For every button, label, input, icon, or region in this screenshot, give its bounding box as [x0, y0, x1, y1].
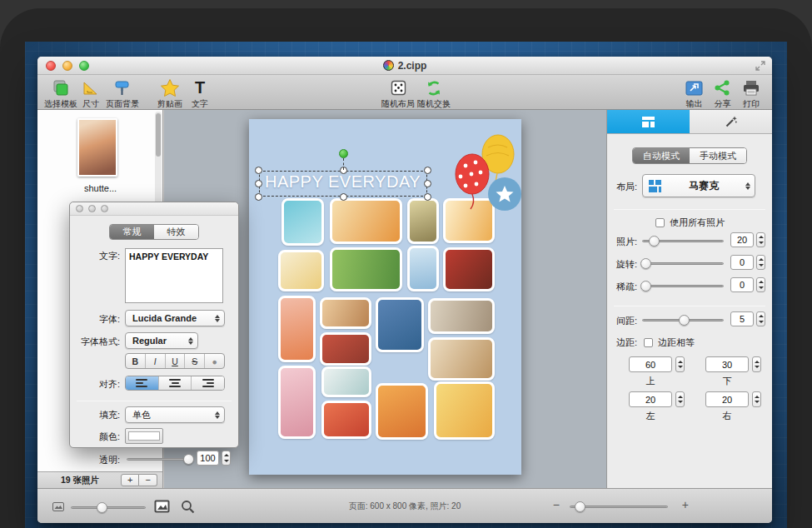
panel-zoom-button[interactable]	[101, 205, 108, 212]
collage-photo[interactable]	[278, 366, 316, 439]
fullscreen-icon[interactable]	[755, 61, 765, 71]
margin-top-stepper[interactable]	[675, 356, 685, 372]
color-well[interactable]	[125, 428, 163, 444]
share-button[interactable]: 分享	[714, 78, 731, 110]
opacity-slider[interactable]	[127, 458, 192, 461]
collage-title-text[interactable]: HAPPY EVERYDAY	[265, 172, 426, 192]
page-background-button[interactable]: 页面背景	[106, 78, 139, 110]
fill-dropdown[interactable]: 单色	[125, 406, 225, 423]
photo-thumbnail[interactable]	[77, 118, 117, 177]
collage-photo[interactable]	[321, 401, 371, 439]
rotate-handle[interactable]	[339, 149, 348, 158]
margin-left-value[interactable]: 20	[629, 391, 672, 407]
tab-general[interactable]: 常规	[110, 225, 154, 239]
collage-photo[interactable]	[281, 198, 324, 246]
layout-value: 马赛克	[662, 179, 745, 193]
sparse-stepper[interactable]	[756, 277, 765, 292]
collage-photo[interactable]	[321, 366, 371, 397]
random-swap-button[interactable]: 随机交换	[417, 78, 451, 110]
margin-bottom-stepper[interactable]	[752, 356, 761, 372]
italic-button[interactable]: I	[146, 354, 166, 368]
manual-mode-tab[interactable]: 手动模式	[690, 148, 746, 163]
opacity-value[interactable]: 100	[197, 451, 219, 466]
resize-handle-ne[interactable]	[424, 167, 431, 174]
collage-page[interactable]: HAPPY EVERYDAY	[249, 119, 521, 475]
collage-photo[interactable]	[330, 247, 402, 291]
text-properties-panel[interactable]: 常规 特效 文字: HAPPY EVERYDAY 字体: Lucida Gran…	[69, 202, 239, 448]
panel-minimize-button[interactable]	[88, 205, 96, 212]
rotation-slider[interactable]	[642, 262, 724, 265]
sparse-slider[interactable]	[642, 285, 724, 287]
resize-handle-e[interactable]	[424, 180, 431, 187]
margin-left-stepper[interactable]	[675, 391, 685, 407]
collage-photo[interactable]	[428, 337, 495, 381]
size-button[interactable]: 尺寸	[82, 78, 100, 110]
print-button[interactable]: 打印	[742, 78, 760, 110]
opacity-stepper[interactable]	[222, 451, 231, 466]
spacing-value[interactable]: 5	[730, 311, 754, 326]
photos-value[interactable]: 20	[730, 232, 754, 247]
panel-close-button[interactable]	[76, 205, 83, 212]
spacing-slider[interactable]	[642, 319, 724, 321]
align-left-button[interactable]	[126, 376, 159, 390]
collage-photo[interactable]	[320, 332, 371, 366]
window-titlebar[interactable]: 2.cipp	[37, 57, 772, 75]
align-center-button[interactable]	[159, 376, 192, 390]
strikethrough-button[interactable]: S	[185, 354, 205, 368]
collage-photo[interactable]	[330, 198, 402, 244]
font-dropdown[interactable]: Lucida Grande	[125, 310, 225, 326]
use-all-checkbox[interactable]	[655, 217, 665, 227]
collage-photo[interactable]	[320, 297, 371, 329]
photos-slider[interactable]	[642, 240, 724, 242]
margin-bottom-value[interactable]: 30	[705, 356, 749, 372]
rotation-stepper[interactable]	[756, 255, 765, 270]
sparse-value[interactable]: 0	[730, 277, 754, 292]
resize-handle-s[interactable]	[340, 193, 347, 201]
margin-top-value[interactable]: 60	[629, 356, 672, 372]
collage-photo[interactable]	[434, 381, 495, 440]
align-right-button[interactable]	[192, 376, 224, 390]
text-input[interactable]: HAPPY EVERYDAY	[125, 248, 223, 303]
balloons-clipart[interactable]	[449, 131, 524, 211]
margin-right-stepper[interactable]	[752, 391, 761, 407]
remove-photo-button[interactable]: −	[139, 474, 157, 486]
clipart-button[interactable]: 剪贴画	[157, 78, 182, 110]
resize-handle-nw[interactable]	[255, 167, 262, 174]
collage-photo[interactable]	[278, 296, 316, 362]
zoom-in-button[interactable]: +	[682, 498, 689, 511]
bold-button[interactable]: B	[126, 354, 146, 368]
collage-photo[interactable]	[443, 247, 495, 291]
text-button[interactable]: T 文字	[192, 78, 208, 110]
resize-handle-w[interactable]	[255, 180, 262, 187]
choose-template-button[interactable]: 选择模板	[44, 78, 77, 110]
auto-mode-tab[interactable]: 自动模式	[633, 148, 690, 163]
font-format-dropdown[interactable]: Regular	[125, 332, 198, 349]
rotation-value[interactable]: 0	[730, 255, 754, 270]
margin-right-value[interactable]: 20	[705, 391, 749, 407]
collage-photo[interactable]	[376, 383, 428, 440]
canvas-zoom-slider[interactable]	[570, 506, 668, 508]
collage-photo[interactable]	[407, 246, 439, 291]
layout-dropdown[interactable]: 马赛克	[642, 174, 755, 197]
text-color-button[interactable]: ●	[205, 354, 224, 368]
spacing-stepper[interactable]	[756, 311, 765, 326]
tab-layout[interactable]	[607, 110, 690, 133]
sidebar-scrollbar[interactable]	[155, 112, 162, 212]
collage-photo[interactable]	[376, 297, 424, 352]
random-layout-button[interactable]: 随机布局	[381, 78, 415, 110]
collage-photo[interactable]	[407, 198, 439, 244]
resize-handle-se[interactable]	[424, 193, 431, 201]
text-selection-box[interactable]: HAPPY EVERYDAY	[259, 171, 427, 197]
photos-stepper[interactable]	[756, 232, 765, 247]
underline-button[interactable]: U	[166, 354, 186, 368]
export-button[interactable]: 输出	[685, 78, 704, 110]
text-panel-titlebar[interactable]	[70, 202, 238, 216]
equal-margin-checkbox[interactable]	[644, 337, 653, 347]
add-photo-button[interactable]: +	[121, 474, 139, 486]
tab-effects[interactable]	[690, 110, 772, 133]
collage-photo[interactable]	[428, 298, 495, 334]
collage-photo[interactable]	[278, 250, 324, 291]
tab-special-effects[interactable]: 特效	[154, 225, 198, 239]
zoom-out-button[interactable]: −	[553, 498, 560, 511]
resize-handle-sw[interactable]	[255, 193, 262, 201]
